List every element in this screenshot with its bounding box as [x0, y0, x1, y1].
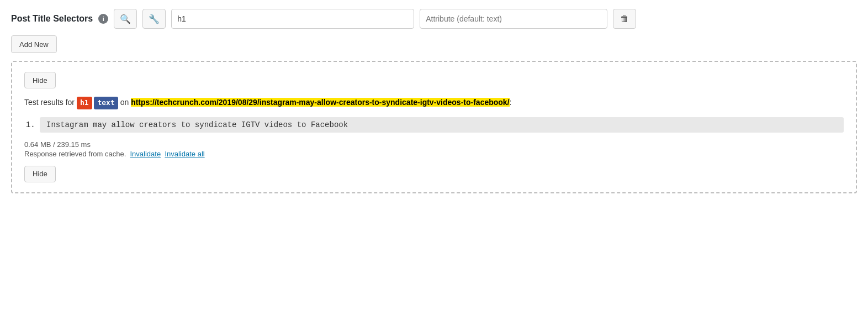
- cache-text: Response retrieved from cache.: [24, 150, 126, 158]
- cache-line: Response retrieved from cache. Invalidat…: [24, 150, 844, 158]
- invalidate-all-link[interactable]: Invalidate all: [165, 150, 204, 158]
- selector-input[interactable]: [171, 9, 414, 29]
- invalidate-link[interactable]: Invalidate: [130, 150, 161, 158]
- stats-line: 0.64 MB / 239.15 ms: [24, 140, 844, 149]
- wrench-button[interactable]: 🔧: [142, 9, 166, 29]
- hide-top-label: Hide: [33, 76, 47, 85]
- attribute-input[interactable]: [420, 9, 607, 29]
- search-button[interactable]: 🔍: [114, 9, 137, 29]
- test-results-line: Test results for h1 text on https://tech…: [24, 96, 844, 109]
- selector-badge: h1: [77, 97, 92, 109]
- result-url[interactable]: https://techcrunch.com/2019/08/29/instag…: [131, 98, 509, 107]
- on-text: on: [120, 98, 129, 107]
- delete-button[interactable]: 🗑: [613, 9, 636, 29]
- result-item: Instagram may allow creators to syndicat…: [40, 117, 844, 133]
- add-new-button[interactable]: Add New: [11, 35, 57, 53]
- info-icon[interactable]: i: [98, 14, 108, 24]
- test-prefix: Test results for: [24, 98, 75, 107]
- section-title: Post Title Selectors: [11, 14, 93, 24]
- attribute-badge: text: [94, 97, 118, 109]
- wrench-icon: 🔧: [149, 14, 160, 24]
- hide-top-button[interactable]: Hide: [24, 72, 56, 88]
- result-list: Instagram may allow creators to syndicat…: [40, 117, 844, 133]
- search-icon: 🔍: [120, 14, 131, 24]
- hide-bottom-label: Hide: [33, 170, 47, 178]
- trash-icon: 🗑: [620, 14, 629, 24]
- results-box: Hide Test results for h1 text on https:/…: [11, 61, 857, 193]
- colon: :: [510, 98, 512, 107]
- hide-bottom-button[interactable]: Hide: [24, 166, 56, 182]
- add-new-label: Add New: [19, 40, 49, 49]
- header-row: Post Title Selectors i 🔍 🔧 🗑: [11, 9, 857, 29]
- result-item-text: Instagram may allow creators to syndicat…: [46, 120, 348, 129]
